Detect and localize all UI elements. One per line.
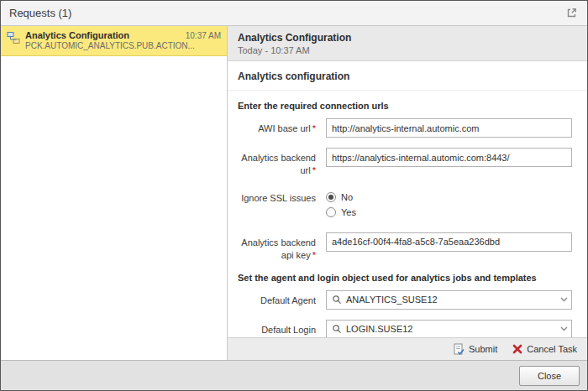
api-key-label: Analytics backend api key*: [238, 232, 326, 263]
required-marker: *: [312, 123, 316, 133]
label-text: AWI base url: [258, 123, 311, 133]
ignore-ssl-options: No Yes: [326, 188, 572, 222]
label-text: Default Agent: [260, 295, 316, 305]
default-agent-combobox[interactable]: ANALYTICS_SUSE12: [326, 290, 572, 310]
backend-url-label: Analytics backend url*: [238, 148, 326, 178]
title-bar: Requests (1): [1, 1, 587, 26]
submit-icon: [453, 343, 465, 355]
default-agent-field: ANALYTICS_SUSE12: [326, 290, 572, 310]
radio-no-label: No: [341, 192, 353, 202]
action-bar: Submit Cancel Task: [228, 337, 587, 360]
awi-base-url-row: AWI base url*: [238, 118, 572, 138]
cancel-icon: [512, 344, 522, 354]
label-text: Ignore SSL issues: [241, 193, 316, 203]
cancel-task-button[interactable]: Cancel Task: [512, 344, 577, 354]
request-detail-panel: Analytics Configuration Today - 10:37 AM…: [228, 26, 587, 360]
default-agent-label: Default Agent: [238, 290, 326, 307]
detail-header: Analytics Configuration Today - 10:37 AM: [228, 26, 587, 61]
awi-base-url-field: [326, 118, 572, 138]
required-marker: *: [312, 250, 316, 260]
request-time: 10:37 AM: [186, 31, 221, 40]
bottom-bar: Close: [1, 360, 587, 390]
ignore-ssl-label: Ignore SSL issues: [238, 188, 326, 205]
request-title: Analytics Configuration: [25, 30, 181, 40]
open-in-new-window-icon[interactable]: [564, 6, 579, 20]
form-area: Analytics configuration Enter the requir…: [228, 61, 587, 337]
form-title: Analytics configuration: [228, 61, 587, 91]
default-agent-row: Default Agent ANALYTICS_SUSE12: [238, 290, 572, 310]
label-text: Analytics backend url: [241, 153, 316, 175]
radio-unselected-icon: [326, 207, 336, 217]
awi-base-url-label: AWI base url*: [238, 118, 326, 135]
close-button[interactable]: Close: [519, 366, 580, 386]
submit-button[interactable]: Submit: [453, 343, 497, 355]
radio-yes-label: Yes: [341, 207, 356, 217]
detail-timestamp: Today - 10:37 AM: [238, 45, 577, 55]
submit-label: Submit: [469, 344, 497, 354]
api-key-field: [326, 232, 572, 252]
backend-url-input[interactable]: [326, 148, 572, 167]
chevron-down-icon[interactable]: [556, 291, 571, 309]
default-login-value: LOGIN.SUSE12: [346, 324, 556, 334]
agent-section-title: Set the agent and login object used for …: [238, 273, 572, 283]
default-login-combobox[interactable]: LOGIN.SUSE12: [326, 320, 572, 337]
default-login-row: Default Login LOGIN.SUSE12: [238, 320, 572, 337]
detail-title: Analytics Configuration: [238, 32, 577, 44]
backend-url-field: [326, 148, 572, 167]
default-login-label: Default Login: [238, 320, 326, 336]
cancel-task-label: Cancel Task: [527, 344, 577, 354]
request-list-panel: Analytics Configuration 10:37 AM PCK.AUT…: [1, 26, 228, 360]
default-agent-value: ANALYTICS_SUSE12: [346, 295, 556, 305]
chevron-down-icon[interactable]: [556, 321, 571, 337]
requests-window: Requests (1): [0, 0, 588, 391]
search-icon: [332, 324, 342, 334]
default-login-field: LOGIN.SUSE12: [326, 320, 572, 337]
request-subtitle: PCK.AUTOMIC_ANALYTICS.PUB.ACTION...: [25, 41, 195, 50]
backend-url-row: Analytics backend url*: [238, 148, 572, 178]
api-key-row: Analytics backend api key*: [238, 232, 572, 263]
window-title: Requests (1): [9, 7, 71, 19]
ignore-ssl-option-no[interactable]: No: [326, 192, 572, 202]
main-area: Analytics Configuration 10:37 AM PCK.AUT…: [1, 26, 587, 360]
awi-base-url-input[interactable]: [326, 118, 572, 138]
search-icon: [332, 295, 342, 305]
ignore-ssl-option-yes[interactable]: Yes: [326, 207, 572, 217]
ignore-ssl-row: Ignore SSL issues No Yes: [238, 188, 572, 222]
request-texts: Analytics Configuration 10:37 AM PCK.AUT…: [25, 30, 221, 50]
required-marker: *: [312, 165, 316, 175]
request-list-item[interactable]: Analytics Configuration 10:37 AM PCK.AUT…: [1, 26, 227, 56]
api-key-input[interactable]: [326, 232, 572, 252]
label-text: Default Login: [261, 325, 316, 335]
connection-section-title: Enter the required connection urls: [238, 101, 572, 111]
label-text: Analytics backend api key: [241, 237, 316, 260]
workflow-icon: [7, 31, 20, 46]
radio-selected-icon: [326, 192, 336, 202]
